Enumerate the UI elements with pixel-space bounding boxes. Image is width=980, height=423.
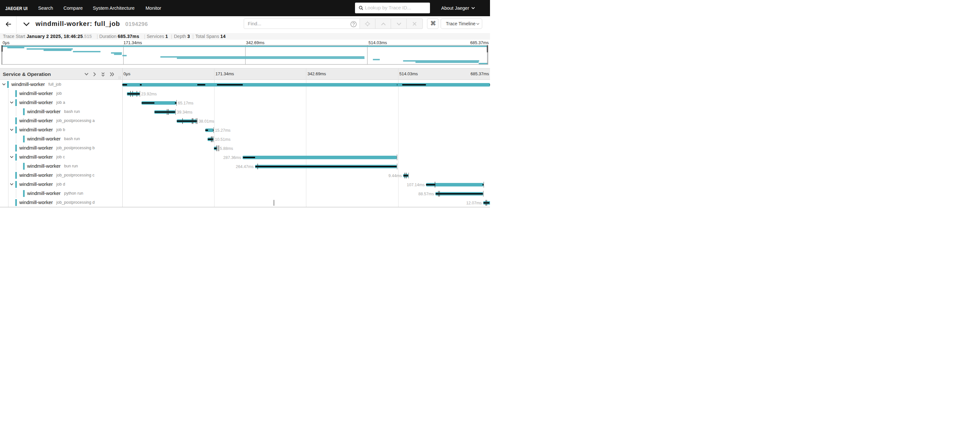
svg-text:264.47ms: 264.47ms	[235, 164, 253, 169]
svg-text:9.44ms: 9.44ms	[388, 173, 402, 178]
svg-text:10.51ms: 10.51ms	[215, 137, 231, 142]
svg-text:39.34ms: 39.34ms	[177, 110, 192, 114]
svg-text:287.36ms: 287.36ms	[223, 155, 241, 160]
svg-text:5.88ms: 5.88ms	[220, 146, 233, 151]
svg-text:107.14ms: 107.14ms	[407, 183, 425, 187]
svg-text:15.27ms: 15.27ms	[215, 128, 231, 133]
svg-text:88.57ms: 88.57ms	[418, 192, 434, 196]
svg-text:65.17ms: 65.17ms	[178, 101, 193, 105]
svg-text:38.01ms: 38.01ms	[199, 119, 214, 124]
svg-text:12.07ms: 12.07ms	[466, 201, 482, 205]
svg-text:23.92ms: 23.92ms	[141, 92, 157, 96]
